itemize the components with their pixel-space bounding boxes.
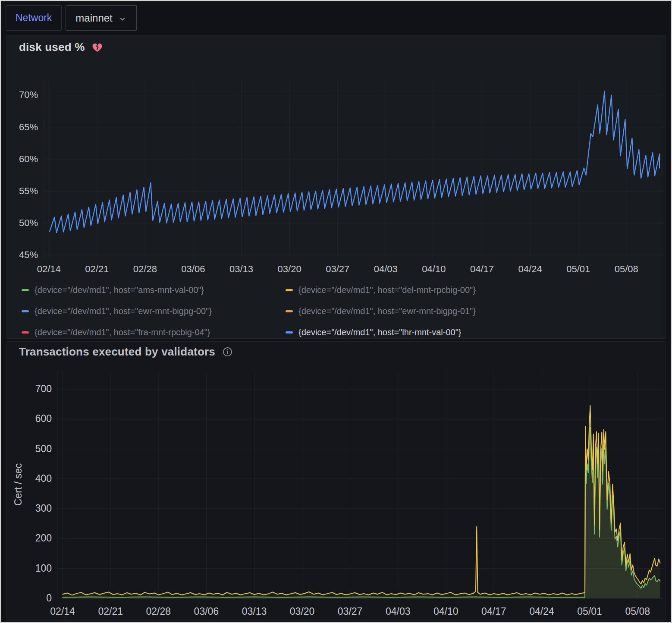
y-tick-label: 65%	[19, 122, 38, 132]
x-tick-label: 04/17	[481, 606, 506, 617]
series-line-validators-yellow	[63, 406, 660, 595]
variable-label-network: Network	[6, 5, 62, 31]
x-tick-label: 03/20	[278, 264, 301, 274]
panel-transactions: Transactions executed by validators 0100…	[6, 341, 666, 621]
y-tick-label: 50%	[19, 217, 38, 228]
x-tick-label: 04/17	[470, 264, 494, 274]
disk-used-legend: {device="/dev/md1", host="ams-mnt-val-00…	[7, 277, 665, 337]
x-tick-label: 04/03	[386, 606, 411, 617]
network-dropdown-value: mainnet	[75, 12, 112, 24]
y-axis-title: Cert / sec	[13, 463, 24, 506]
x-tick-label: 05/01	[566, 264, 590, 274]
x-tick-label: 03/27	[326, 264, 349, 274]
x-tick-label: 05/08	[625, 606, 650, 617]
series-area-validators-green	[63, 428, 660, 598]
y-tick-label: 0	[46, 592, 52, 604]
series-color-swatch	[22, 331, 29, 334]
legend-item[interactable]: {device="/dev/md1", host="ewr-mnt-bigpg-…	[22, 306, 286, 316]
legend-item-label: {device="/dev/md1", host="ams-mnt-val-00…	[35, 285, 204, 295]
legend-item[interactable]: {device="/dev/md1", host="fra-mnt-rpcbig…	[22, 327, 286, 337]
x-tick-label: 04/24	[518, 264, 542, 274]
disk-used-chart[interactable]: 45%50%55%60%65%70%02/1402/2102/2803/0603…	[7, 56, 666, 277]
network-label-text: Network	[16, 12, 52, 24]
series-color-swatch	[286, 310, 293, 312]
y-tick-label: 200	[35, 532, 52, 544]
series-color-swatch	[286, 289, 293, 291]
panel-title[interactable]: Transactions executed by validators	[19, 345, 215, 359]
dashboard-controls: Network mainnet	[1, 1, 671, 35]
panel-disk-used: disk used % 45%50%55%60%65%70%02/1402/21…	[6, 35, 666, 339]
y-tick-label: 500	[35, 443, 52, 454]
x-tick-label: 02/14	[37, 264, 61, 274]
x-tick-label: 04/10	[422, 264, 446, 274]
series-line-{device="/dev/md1", host="lhr-mnt-val-00"}	[50, 91, 659, 233]
legend-item-label: {device="/dev/md1", host="ewr-mnt-bigpg-…	[298, 306, 476, 316]
y-tick-label: 45%	[19, 249, 38, 260]
y-tick-label: 55%	[19, 186, 38, 196]
series-color-swatch	[22, 310, 29, 312]
grafana-dashboard: Network mainnet disk used % 45%50%55%60%…	[0, 0, 672, 623]
legend-item[interactable]: {device="/dev/md1", host="lhr-mnt-val-00…	[286, 327, 665, 337]
x-tick-label: 02/28	[146, 606, 171, 617]
y-tick-label: 400	[35, 473, 52, 484]
legend-item[interactable]: {device="/dev/md1", host="ams-mnt-val-00…	[22, 285, 286, 295]
x-tick-label: 05/01	[577, 606, 602, 617]
x-tick-label: 03/13	[242, 606, 267, 617]
legend-item[interactable]: {device="/dev/md1", host="ewr-mnt-bigpg-…	[286, 306, 665, 316]
y-tick-label: 70%	[19, 89, 38, 100]
x-tick-label: 04/03	[374, 264, 398, 274]
series-line-validators-green	[63, 428, 660, 597]
legend-item-label: {device="/dev/md1", host="fra-mnt-rpcbig…	[35, 327, 210, 337]
legend-item-label: {device="/dev/md1", host="ewr-mnt-bigpg-…	[35, 306, 212, 316]
y-tick-label: 100	[35, 563, 52, 574]
y-tick-label: 700	[35, 383, 52, 394]
x-tick-label: 02/28	[133, 264, 157, 274]
panel-header: disk used %	[7, 35, 665, 55]
panel-header: Transactions executed by validators	[7, 342, 665, 359]
y-tick-label: 60%	[19, 154, 38, 164]
broken-heart-icon	[91, 42, 103, 53]
legend-item-label: {device="/dev/md1", host="del-mnt-rpcbig…	[298, 285, 476, 295]
x-tick-label: 03/06	[181, 264, 205, 274]
x-tick-label: 03/20	[290, 606, 315, 617]
x-tick-label: 04/24	[529, 606, 554, 617]
chevron-down-icon	[118, 14, 127, 22]
x-tick-label: 02/21	[98, 606, 123, 617]
series-area-validators-yellow	[63, 406, 660, 598]
x-tick-label: 03/13	[229, 264, 253, 274]
transactions-chart[interactable]: 010020030040050060070002/1402/2102/2803/…	[7, 359, 666, 621]
panel-title[interactable]: disk used %	[19, 41, 85, 54]
network-dropdown[interactable]: mainnet	[66, 5, 136, 31]
x-tick-label: 04/10	[433, 606, 458, 617]
series-color-swatch	[22, 289, 29, 291]
legend-item[interactable]: {device="/dev/md1", host="del-mnt-rpcbig…	[286, 285, 665, 295]
x-tick-label: 02/14	[50, 606, 75, 617]
x-tick-label: 03/06	[194, 606, 219, 617]
x-tick-label: 03/27	[338, 606, 363, 617]
series-color-swatch	[286, 331, 293, 334]
legend-item-label: {device="/dev/md1", host="lhr-mnt-val-00…	[298, 327, 461, 337]
x-tick-label: 05/08	[615, 264, 638, 274]
x-tick-label: 02/21	[85, 264, 109, 274]
info-icon[interactable]	[222, 346, 233, 357]
y-tick-label: 300	[35, 503, 52, 514]
y-tick-label: 600	[35, 413, 52, 424]
